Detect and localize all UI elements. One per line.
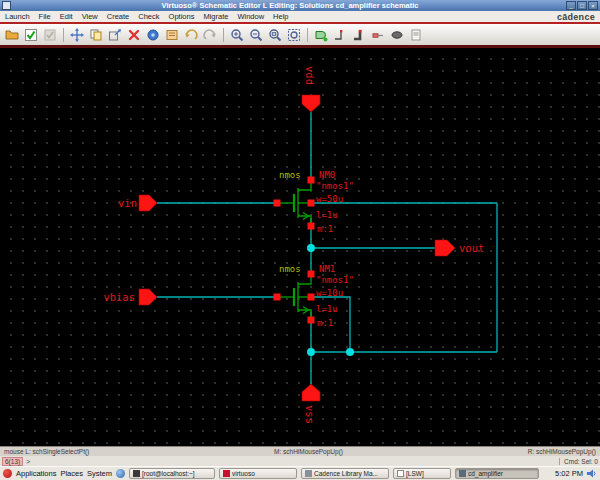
nm1-length-label: l=1u xyxy=(316,304,338,314)
menu-create[interactable]: Create xyxy=(107,12,130,21)
nm1-bulk-terminal xyxy=(308,294,315,301)
task-lsw[interactable]: [LSW] xyxy=(393,468,451,479)
nm1-width-label: w=10u xyxy=(316,288,343,298)
descend-icon xyxy=(146,28,160,42)
browser-launcher-icon[interactable] xyxy=(116,469,125,478)
nm0-name-label: NM0 xyxy=(319,170,335,180)
create-instance-button[interactable] xyxy=(312,26,330,44)
nm0-bulk-terminal xyxy=(308,200,315,207)
fit-button[interactable] xyxy=(285,26,303,44)
task-library-manager[interactable]: Cadence Library Ma... xyxy=(301,468,389,479)
save-button[interactable] xyxy=(41,26,59,44)
taskbar-menu-applications[interactable]: Applications xyxy=(16,469,56,478)
menubar: Launch File Edit View Create Check Optio… xyxy=(0,11,600,24)
task-cd-amplifier[interactable]: cd_amplifier xyxy=(455,468,539,479)
status-right-binding: R: schHiMousePopUp() xyxy=(528,448,596,455)
pin-label-vdd: vdd xyxy=(304,66,316,85)
properties-icon xyxy=(165,28,179,42)
taskbar-menu-places[interactable]: Places xyxy=(60,469,83,478)
maximize-button[interactable]: □ xyxy=(577,1,587,10)
statusbar-prompt: 6(13) > Cmd: Sel: 0 xyxy=(0,456,600,466)
zoom-in-icon xyxy=(230,28,244,42)
nm1-model-label: "nmos1" xyxy=(316,275,354,285)
menu-file[interactable]: File xyxy=(39,12,51,21)
properties-button[interactable] xyxy=(163,26,181,44)
menu-window[interactable]: Window xyxy=(237,12,264,21)
pin-vout[interactable] xyxy=(435,240,455,256)
copy-icon xyxy=(89,28,103,42)
fit-icon xyxy=(287,28,301,42)
library-manager-icon xyxy=(305,470,312,477)
wide-wire-icon xyxy=(352,28,366,42)
nm1-mult-label: m:1 xyxy=(317,318,333,328)
clock: 5:02 PM xyxy=(555,469,583,478)
nm1-gate-terminal xyxy=(274,294,281,301)
selection-count: Cmd: Sel: 0 xyxy=(559,458,598,465)
pin-label-vin: vin xyxy=(118,197,137,209)
schematic-window-icon xyxy=(459,470,466,477)
redo-button[interactable] xyxy=(201,26,219,44)
pin-icon xyxy=(371,28,385,42)
task-virtuoso[interactable]: virtuoso xyxy=(219,468,297,479)
delete-button[interactable] xyxy=(125,26,143,44)
zoom-out-icon xyxy=(249,28,263,42)
zoom-area-button[interactable] xyxy=(266,26,284,44)
create-wire-button[interactable] xyxy=(331,26,349,44)
nm0-mult-label: m:1 xyxy=(317,224,333,234)
menu-options[interactable]: Options xyxy=(169,12,195,21)
taskbar-menu-system[interactable]: System xyxy=(87,469,112,478)
menu-edit[interactable]: Edit xyxy=(60,12,73,21)
redo-icon xyxy=(203,28,217,42)
status-left-binding: mouse L: schSingleSelectPt() xyxy=(4,448,89,455)
probe-icon xyxy=(390,28,404,42)
taskbar: Applications Places System [root@localho… xyxy=(0,466,600,480)
move-button[interactable] xyxy=(68,26,86,44)
junction-nm1-bulk-node[interactable] xyxy=(346,348,354,356)
descend-button[interactable] xyxy=(144,26,162,44)
menu-migrate[interactable]: Migrate xyxy=(203,12,228,21)
check-save-button[interactable] xyxy=(22,26,40,44)
schematic-canvas[interactable]: vdd vin vbias vout vss nmos NM0 "nmos1" … xyxy=(0,48,600,446)
wire-icon xyxy=(333,28,347,42)
window-titlebar[interactable]: Virtuoso® Schematic Editor L Editing: So… xyxy=(0,0,600,11)
nm0-width-label: w=50u xyxy=(316,194,343,204)
create-pin-button[interactable] xyxy=(369,26,387,44)
create-wide-wire-button[interactable] xyxy=(350,26,368,44)
note-icon xyxy=(409,28,423,42)
nm0-drain-terminal xyxy=(308,177,315,184)
menu-view[interactable]: View xyxy=(82,12,98,21)
instance-nm0[interactable] xyxy=(274,177,315,230)
menu-check[interactable]: Check xyxy=(138,12,159,21)
window-icon xyxy=(2,1,11,10)
menu-help[interactable]: Help xyxy=(273,12,288,21)
undo-button[interactable] xyxy=(182,26,200,44)
nm1-name-label: NM1 xyxy=(319,264,335,274)
volume-icon[interactable] xyxy=(587,469,597,478)
check-save-icon xyxy=(24,28,38,42)
open-button[interactable] xyxy=(3,26,21,44)
nm1-lib-label: nmos xyxy=(279,264,301,274)
create-probe-button[interactable] xyxy=(388,26,406,44)
instance-nm1[interactable] xyxy=(274,271,315,324)
junction-vss-node[interactable] xyxy=(307,348,315,356)
close-button[interactable]: × xyxy=(588,1,598,10)
pin-vdd[interactable] xyxy=(302,95,320,112)
task-terminal[interactable]: [root@localhost:~] xyxy=(129,468,215,479)
copy-button[interactable] xyxy=(87,26,105,44)
pin-vss[interactable] xyxy=(302,384,320,401)
open-folder-icon xyxy=(5,28,19,42)
terminal-icon xyxy=(133,470,140,477)
zoom-in-button[interactable] xyxy=(228,26,246,44)
zoom-out-button[interactable] xyxy=(247,26,265,44)
pin-vin[interactable] xyxy=(139,195,157,211)
create-note-button[interactable] xyxy=(407,26,425,44)
junction-vout-node[interactable] xyxy=(307,244,315,252)
nm1-drain-terminal xyxy=(308,271,315,278)
pin-vbias[interactable] xyxy=(139,289,157,305)
stretch-button[interactable] xyxy=(106,26,124,44)
menu-launch[interactable]: Launch xyxy=(5,12,30,21)
prompt-symbol: > xyxy=(26,458,30,465)
redhat-menu-icon[interactable] xyxy=(3,469,12,478)
minimize-button[interactable]: _ xyxy=(566,1,576,10)
nm0-length-label: l=1u xyxy=(316,210,338,220)
